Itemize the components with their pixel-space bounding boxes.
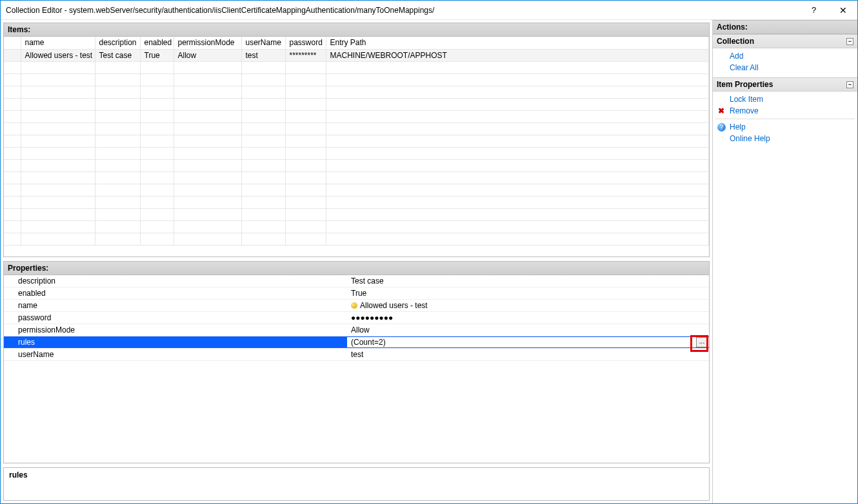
properties-grid: description Test case enabled True name: [3, 275, 710, 463]
cell-enabled: True: [140, 49, 174, 61]
cell-entry-path: MACHINE/WEBROOT/APPHOST: [326, 49, 709, 61]
prop-row-rules[interactable]: rules (Count=2) ...: [4, 336, 709, 349]
titlebar-close-button[interactable]: ✕: [828, 1, 857, 19]
prop-name: description: [15, 276, 347, 286]
items-header: Items:: [3, 23, 710, 37]
section-item-properties[interactable]: Item Properties −: [713, 77, 857, 92]
prop-value[interactable]: Allowed users - test: [347, 301, 709, 310]
cell-permission-mode: Allow: [174, 49, 241, 61]
prop-row-description[interactable]: description Test case: [4, 275, 709, 287]
prop-name: rules: [15, 338, 347, 347]
help-icon: ?: [717, 123, 726, 131]
prop-name: permissionMode: [15, 325, 347, 334]
col-user-name[interactable]: userName: [241, 37, 285, 49]
cell-user-name: test: [241, 49, 285, 61]
cell-password: *********: [285, 49, 326, 61]
prop-row-password[interactable]: password ●●●●●●●●●: [4, 312, 709, 324]
col-name[interactable]: name: [21, 37, 95, 49]
prop-name: password: [15, 313, 347, 322]
close-icon: ✕: [839, 5, 847, 15]
titlebar: Collection Editor - system.webServer/sec…: [1, 1, 857, 20]
action-add[interactable]: Add: [715, 50, 855, 62]
remove-icon: ✖: [717, 106, 726, 115]
action-online-help[interactable]: Online Help: [715, 133, 855, 144]
prop-row-enabled[interactable]: enabled True: [4, 287, 709, 300]
prop-name: userName: [15, 350, 347, 359]
description-title: rules: [9, 470, 704, 480]
prop-row-name[interactable]: name Allowed users - test: [4, 300, 709, 312]
description-panel: rules: [3, 467, 710, 501]
grid-header-row: name description enabled permissionMode …: [4, 37, 709, 49]
rules-ellipsis-button[interactable]: ...: [696, 337, 708, 347]
actions-pane: Actions: Collection − Add Clear All Item…: [712, 20, 857, 503]
prop-value[interactable]: test: [347, 350, 709, 359]
titlebar-help-button[interactable]: ?: [799, 1, 828, 19]
action-clear-all[interactable]: Clear All: [715, 62, 855, 73]
prop-row-permission-mode[interactable]: permissionMode Allow: [4, 324, 709, 336]
prop-name: name: [15, 301, 347, 310]
actions-header: Actions:: [713, 20, 857, 34]
col-password[interactable]: password: [285, 37, 326, 49]
cell-name: Allowed users - test: [21, 49, 95, 61]
items-grid[interactable]: name description enabled permissionMode …: [3, 37, 710, 257]
key-icon: [351, 302, 357, 309]
collection-editor-window: Collection Editor - system.webServer/sec…: [0, 0, 858, 504]
properties-header: Properties:: [3, 261, 710, 275]
section-collection[interactable]: Collection −: [713, 34, 857, 48]
col-entry-path[interactable]: Entry Path: [326, 37, 709, 49]
prop-row-user-name[interactable]: userName test: [4, 349, 709, 361]
action-help[interactable]: ? Help: [715, 121, 855, 133]
cell-description: Test case: [95, 49, 140, 61]
action-lock-item[interactable]: Lock Item: [715, 93, 855, 105]
prop-value[interactable]: True: [347, 289, 709, 298]
col-description[interactable]: description: [95, 37, 140, 49]
prop-name: enabled: [15, 289, 347, 298]
table-row[interactable]: Allowed users - test Test case True Allo…: [4, 49, 709, 61]
col-permission-mode[interactable]: permissionMode: [174, 37, 241, 49]
prop-value[interactable]: Allow: [347, 325, 709, 334]
help-icon: ?: [812, 5, 816, 15]
col-enabled[interactable]: enabled: [140, 37, 174, 49]
action-remove[interactable]: ✖ Remove: [715, 105, 855, 117]
prop-value[interactable]: ●●●●●●●●●: [347, 313, 709, 322]
collapse-icon[interactable]: −: [846, 81, 853, 88]
prop-value[interactable]: (Count=2) ...: [347, 337, 709, 347]
window-title: Collection Editor - system.webServer/sec…: [6, 6, 799, 15]
prop-value[interactable]: Test case: [347, 276, 709, 286]
collapse-icon[interactable]: −: [846, 38, 853, 45]
